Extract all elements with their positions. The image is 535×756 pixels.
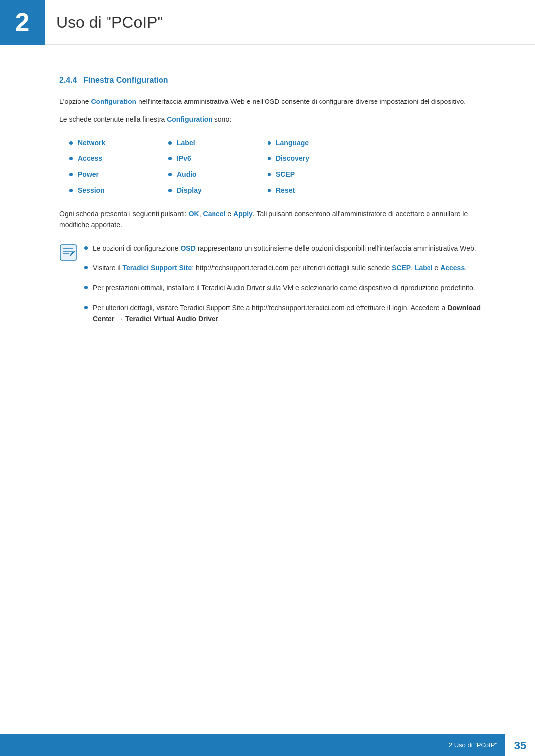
note-bullet-dot (84, 266, 88, 269)
note-item-2: Visitare il Teradici Support Site: http:… (84, 262, 485, 273)
paragraph-1: L'opzione Configuration nell'interfaccia… (59, 96, 485, 107)
osd-bold: OSD (180, 244, 195, 252)
apply-label: Apply (233, 210, 253, 218)
e-text: e (225, 210, 233, 218)
bullet-dot (268, 189, 271, 192)
list-item: Audio (168, 167, 268, 183)
paragraph-2: Le schede contenute nella finestra Confi… (59, 114, 485, 125)
main-content: 2.4.4 Finestra Configuration L'opzione C… (0, 45, 535, 373)
bullet-label: Label (177, 138, 195, 148)
note-list: Le opzioni di configurazione OSD rappres… (84, 243, 485, 334)
download-center-bold: Download Center → Teradici Virtual Audio… (93, 304, 481, 323)
note-text-4: Per ulteriori dettagli, visitare Teradic… (93, 302, 485, 325)
note-section: Le opzioni di configurazione OSD rappres… (59, 243, 485, 334)
chapter-title: Uso di "PCoIP" (56, 10, 163, 34)
bullet-label: Network (78, 138, 105, 148)
section-number: 2.4.4 (59, 76, 77, 84)
scep-bold: SCEP (392, 264, 411, 272)
bullet-label: Reset (276, 185, 295, 196)
bullet-dot (69, 189, 73, 192)
bullet-label: Audio (177, 169, 197, 180)
chapter-number: 2 (15, 9, 30, 35)
list-item: SCEP (268, 167, 367, 183)
access-bold: Access (440, 264, 465, 272)
p2-bold: Configuration (167, 115, 213, 123)
list-item: Session (69, 183, 168, 199)
bullet-label: Display (177, 185, 202, 196)
bullet-label: Language (276, 138, 309, 148)
bullet-label: Session (78, 185, 105, 196)
p1-bold: Configuration (91, 98, 136, 105)
buttons-text-prefix: Ogni scheda presenta i seguenti pulsanti… (59, 210, 189, 218)
label-bold: Label (415, 264, 433, 272)
note-bullet-dot (84, 306, 88, 309)
page-footer: 2 Uso di "PCoIP" 35 (0, 734, 535, 756)
p2-prefix: Le schede contenute nella finestra (59, 115, 167, 123)
list-item: Reset (268, 183, 367, 199)
bullet-dot (69, 141, 73, 145)
bullet-dot (69, 173, 73, 176)
list-item: Discovery (268, 151, 367, 167)
chapter-block: 2 (0, 0, 45, 45)
footer-chapter-label: 2 Uso di "PCoIP" (449, 740, 505, 750)
bullet-dot (168, 141, 172, 145)
footer-page-number: 35 (505, 734, 535, 756)
list-item: Language (268, 135, 367, 151)
list-item: Network (69, 135, 168, 151)
page-header: 2 Uso di "PCoIP" (0, 0, 535, 45)
ok-label: OK (189, 210, 199, 218)
list-item: Display (168, 183, 268, 199)
comma1: , (199, 210, 203, 218)
bullet-dot (168, 157, 172, 160)
cancel-label: Cancel (203, 210, 226, 218)
bullet-label: Discovery (276, 153, 309, 164)
bullet-grid: Network Label Language Access IPv6 Disco… (69, 135, 485, 199)
bullet-dot (268, 157, 271, 160)
note-text-1: Le opzioni di configurazione OSD rappres… (93, 243, 485, 253)
bullet-label: SCEP (276, 169, 295, 180)
note-item-4: Per ulteriori dettagli, visitare Teradic… (84, 302, 485, 325)
note-item-3: Per prestazioni ottimali, installare il … (84, 282, 485, 293)
teradici-support-bold: Teradici Support Site (122, 264, 192, 272)
note-item-1: Le opzioni di configurazione OSD rappres… (84, 243, 485, 253)
list-item: Label (168, 135, 268, 151)
bullet-dot (268, 141, 271, 145)
p1-suffix: nell'interfaccia amministrativa Web e ne… (136, 98, 466, 105)
bullet-label: Power (78, 169, 99, 180)
list-item: Access (69, 151, 168, 167)
p2-suffix: sono: (213, 115, 231, 123)
bullet-label: Access (78, 153, 102, 164)
list-item: IPv6 (168, 151, 268, 167)
bullet-dot (268, 173, 271, 176)
bullet-dot (69, 157, 73, 160)
note-bullet-dot (84, 246, 88, 250)
bullet-dot (168, 189, 172, 192)
bullet-dot (168, 173, 172, 176)
note-text-2: Visitare il Teradici Support Site: http:… (93, 262, 485, 273)
buttons-paragraph: Ogni scheda presenta i seguenti pulsanti… (59, 208, 485, 231)
p1-prefix: L'opzione (59, 98, 91, 105)
note-bullet-dot (84, 286, 88, 289)
note-text-3: Per prestazioni ottimali, installare il … (93, 282, 485, 293)
section-heading: 2.4.4 Finestra Configuration (59, 74, 485, 86)
note-icon (59, 244, 77, 261)
bullet-label: IPv6 (177, 153, 191, 164)
list-item: Power (69, 167, 168, 183)
section-title: Finestra Configuration (83, 76, 168, 84)
